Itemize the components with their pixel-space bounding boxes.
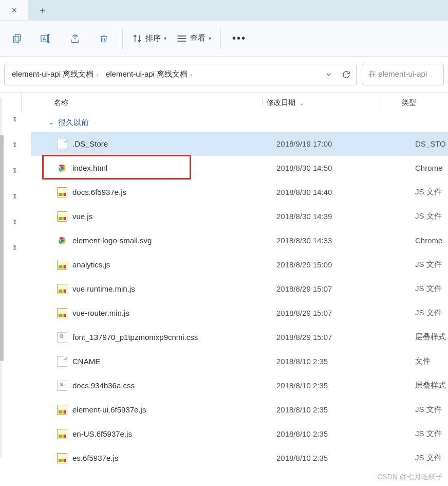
- file-row[interactable]: docs.934b36a.css2018/8/10 2:35层叠样式: [31, 373, 448, 398]
- file-row[interactable]: vue-router.min.js2018/8/29 15:07JS 文件: [31, 301, 448, 325]
- breadcrumb[interactable]: element-ui-api 离线文档 › element-ui-api 离线文…: [4, 64, 357, 85]
- file-date: 2018/8/10 2:35: [276, 381, 395, 390]
- js-file-icon: [57, 429, 67, 439]
- sort-indicator-icon: ⌄: [300, 100, 304, 106]
- js-file-icon: [57, 284, 67, 294]
- pin-icon[interactable]: [10, 244, 21, 255]
- chrome-icon: [57, 163, 67, 173]
- rename-button[interactable]: A: [32, 24, 61, 53]
- file-date: 2018/8/29 15:07: [276, 309, 395, 317]
- settings-file-icon: [57, 381, 67, 391]
- file-name: font_137970_p1tpzmomxp9cnmi.css: [72, 333, 198, 341]
- js-file-icon: [57, 260, 67, 270]
- js-file-icon: [57, 211, 67, 222]
- view-button[interactable]: 查看 ▾: [172, 30, 216, 46]
- file-date: 2018/8/29 15:09: [276, 260, 395, 269]
- refresh-button[interactable]: [342, 70, 351, 79]
- pin-icon[interactable]: [10, 192, 21, 204]
- file-type: 层叠样式: [395, 332, 448, 342]
- file-type: JS 文件: [395, 260, 448, 269]
- file-row[interactable]: vue.runtime.min.js2018/8/29 15:07JS 文件: [31, 277, 448, 301]
- search-input[interactable]: 在 element-ui-api: [362, 64, 444, 85]
- delete-button[interactable]: [89, 24, 118, 53]
- active-tab[interactable]: ✕: [0, 0, 28, 21]
- view-icon: [177, 34, 187, 43]
- file-type: Chrome: [395, 164, 448, 172]
- content-area: 名称 修改日期⌄ 类型 ⌄ 很久以前 .DS_Store2018/9/19 17…: [0, 93, 448, 486]
- file-row[interactable]: docs.6f5937e.js2018/8/30 14:40JS 文件: [31, 180, 448, 204]
- breadcrumb-item[interactable]: element-ui-api 离线文档 ›: [10, 67, 104, 81]
- sort-button[interactable]: 排序 ▾: [127, 30, 172, 47]
- file-name: vue.js: [72, 212, 92, 221]
- view-label: 查看: [190, 33, 206, 43]
- js-file-icon: [57, 405, 67, 415]
- scrollbar-thumb[interactable]: [0, 135, 4, 361]
- file-row[interactable]: .DS_Store2018/9/19 17:00DS_STO: [31, 132, 448, 156]
- chevron-right-icon: ›: [97, 71, 99, 78]
- pin-icon[interactable]: [10, 115, 21, 127]
- sort-icon: [132, 33, 142, 44]
- svg-text:A: A: [43, 35, 46, 41]
- file-type: JS 文件: [395, 284, 448, 294]
- file-date: 2018/8/10 2:35: [276, 357, 395, 366]
- file-type: JS 文件: [395, 187, 448, 197]
- file-name: element-logo-small.svg: [72, 236, 152, 245]
- file-name: es.6f5937e.js: [72, 454, 118, 462]
- history-dropdown[interactable]: [325, 71, 332, 78]
- file-row[interactable]: font_137970_p1tpzmomxp9cnmi.css2018/8/29…: [31, 325, 448, 349]
- file-icon: [57, 139, 67, 149]
- breadcrumb-item[interactable]: element-ui-api 离线文档 ›: [104, 67, 198, 81]
- address-row: element-ui-api 离线文档 › element-ui-api 离线文…: [0, 57, 448, 93]
- close-icon[interactable]: ✕: [11, 6, 17, 14]
- pin-icon[interactable]: [10, 167, 21, 178]
- breadcrumb-label: element-ui-api 离线文档: [12, 69, 94, 79]
- column-name[interactable]: 名称: [31, 98, 262, 107]
- js-file-icon: [57, 453, 67, 463]
- file-date: 2018/8/30 14:39: [276, 212, 395, 221]
- file-row[interactable]: en-US.6f5937e.js2018/8/10 2:35JS 文件: [31, 422, 448, 446]
- search-placeholder: 在 element-ui-api: [368, 69, 427, 79]
- breadcrumb-label: element-ui-api 离线文档: [106, 69, 188, 79]
- svg-rect-0: [15, 34, 20, 41]
- file-type: Chrome: [395, 236, 448, 245]
- file-row[interactable]: element-ui.6f5937e.js2018/8/10 2:35JS 文件: [31, 398, 448, 422]
- toolbar-separator: [220, 28, 221, 49]
- pin-icon[interactable]: [10, 218, 21, 229]
- file-row[interactable]: index.html2018/8/30 14:50Chrome: [31, 156, 448, 180]
- column-type[interactable]: 类型: [381, 98, 448, 107]
- chevron-down-icon: ▾: [164, 35, 166, 41]
- copy-button[interactable]: [3, 24, 32, 53]
- column-date[interactable]: 修改日期⌄: [263, 98, 381, 107]
- file-date: 2018/8/30 14:33: [276, 236, 395, 245]
- file-type: JS 文件: [395, 453, 448, 463]
- more-button[interactable]: •••: [225, 29, 253, 47]
- pin-icon[interactable]: [10, 141, 21, 152]
- file-row[interactable]: vue.js2018/8/30 14:39JS 文件: [31, 204, 448, 228]
- chevron-down-icon: ⌄: [49, 119, 54, 126]
- file-date: 2018/8/29 15:07: [276, 333, 395, 341]
- file-row[interactable]: element-logo-small.svg2018/8/30 14:33Chr…: [31, 228, 448, 253]
- group-header[interactable]: ⌄ 很久以前: [31, 113, 448, 132]
- file-name: element-ui.6f5937e.js: [72, 405, 146, 414]
- file-name: docs.6f5937e.js: [72, 188, 126, 196]
- file-name: .DS_Store: [72, 139, 108, 148]
- file-name: vue-router.min.js: [72, 309, 129, 317]
- share-button[interactable]: [61, 24, 89, 53]
- file-row[interactable]: CNAME2018/8/10 2:35文件: [31, 349, 448, 373]
- file-icon: [57, 356, 67, 367]
- file-date: 2018/8/30 14:40: [276, 188, 395, 196]
- toolbar: A 排序 ▾ 查看 ▾ •••: [0, 21, 448, 57]
- file-name: docs.934b36a.css: [72, 381, 135, 390]
- toolbar-separator: [122, 28, 123, 49]
- file-name: vue.runtime.min.js: [72, 284, 135, 293]
- file-row[interactable]: es.6f5937e.js2018/8/10 2:35JS 文件: [31, 446, 448, 470]
- file-type: JS 文件: [395, 211, 448, 221]
- file-type: 层叠样式: [395, 381, 448, 390]
- file-name: en-US.6f5937e.js: [72, 429, 132, 438]
- file-date: 2018/8/29 15:07: [276, 284, 395, 293]
- watermark: CSDN @七月吃橘子: [377, 473, 443, 482]
- chrome-icon: [57, 236, 67, 246]
- file-row[interactable]: analytics.js2018/8/29 15:09JS 文件: [31, 253, 448, 277]
- new-tab-button[interactable]: ＋: [28, 0, 57, 21]
- file-name: index.html: [72, 164, 107, 172]
